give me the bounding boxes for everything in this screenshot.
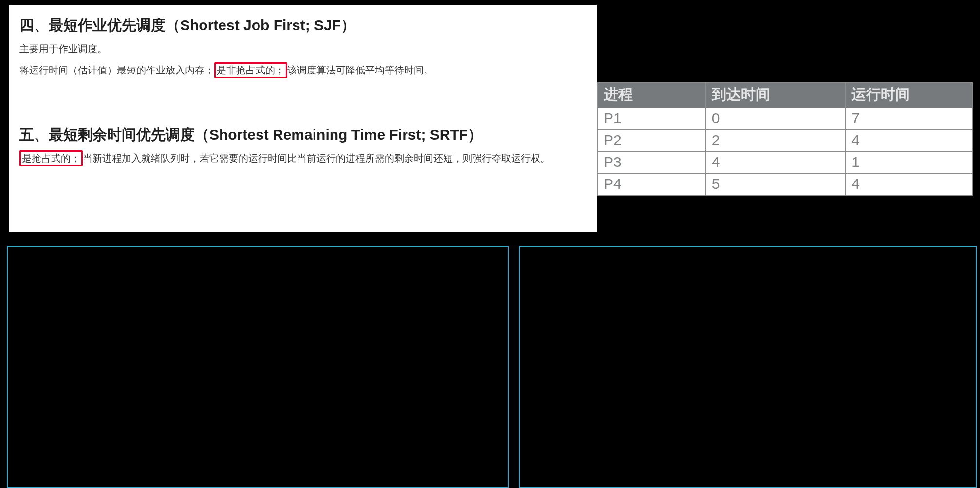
process-table: 进程 到达时间 运行时间 P1 0 7 P2 2 4 P3 4: [597, 82, 973, 196]
section5-p1-rest: 当新进程加入就绪队列时，若它需要的运行时间比当前运行的进程所需的剩余时间还短，则…: [83, 153, 550, 163]
table-header-row: 进程 到达时间 运行时间: [598, 83, 973, 108]
section4-paragraph-2: 将运行时间（估计值）最短的作业放入内存；是非抢占式的；该调度算法可降低平均等待时…: [19, 62, 586, 78]
table-row: P4 5 4: [598, 174, 973, 196]
cell-arrival: 4: [705, 152, 846, 174]
cell-process: P2: [598, 130, 706, 152]
section4-p2-prefix: 将运行时间（估计值）最短的作业放入内存；: [19, 65, 214, 75]
cell-arrival: 2: [705, 130, 846, 152]
table-row: P3 4 1: [598, 152, 973, 174]
table-row: P1 0 7: [598, 108, 973, 130]
cell-process: P4: [598, 174, 706, 196]
cell-runtime: 1: [846, 152, 973, 174]
section5-highlight-box: 是抢占式的；: [19, 150, 83, 166]
section4-highlight-box: 是非抢占式的；: [214, 62, 287, 78]
cell-process: P3: [598, 152, 706, 174]
article-card: 四、最短作业优先调度（Shortest Job First; SJF） 主要用于…: [9, 5, 597, 232]
table-header-arrival: 到达时间: [705, 83, 846, 108]
section4-heading: 四、最短作业优先调度（Shortest Job First; SJF）: [19, 16, 586, 36]
table-row: P2 2 4: [598, 130, 973, 152]
section5-paragraph-1: 是抢占式的；当新进程加入就绪队列时，若它需要的运行时间比当前运行的进程所需的剩余…: [19, 150, 586, 166]
section4-paragraph-1: 主要用于作业调度。: [19, 40, 586, 57]
section4-p2-suffix: 该调度算法可降低平均等待时间。: [287, 65, 433, 75]
cell-arrival: 0: [705, 108, 846, 130]
table-header-runtime: 运行时间: [846, 83, 973, 108]
empty-box-left: [7, 246, 509, 488]
cell-runtime: 4: [846, 174, 973, 196]
cell-runtime: 4: [846, 130, 973, 152]
section5-heading: 五、最短剩余时间优先调度（Shortest Remaining Time Fir…: [19, 125, 586, 145]
table-header-process: 进程: [598, 83, 706, 108]
empty-box-right: [519, 246, 977, 488]
cell-process: P1: [598, 108, 706, 130]
cell-arrival: 5: [705, 174, 846, 196]
cell-runtime: 7: [846, 108, 973, 130]
